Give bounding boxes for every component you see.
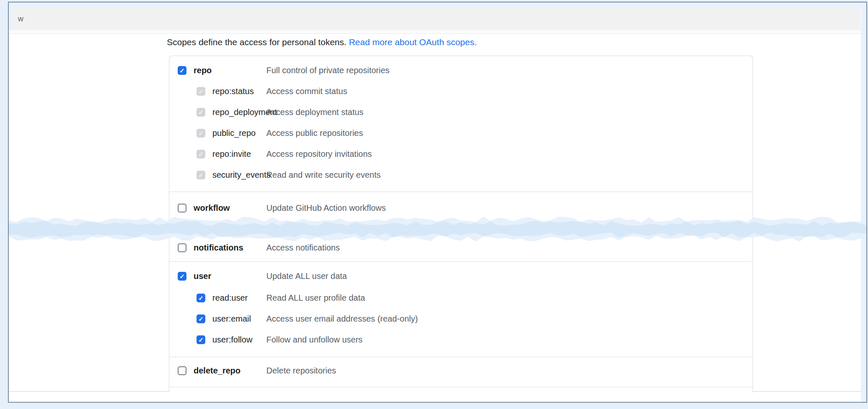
scope-label: public_repo bbox=[212, 128, 255, 138]
scope-description: Access notifications bbox=[266, 243, 340, 253]
scope-checkbox[interactable]: ✓ bbox=[197, 335, 205, 344]
browser-window: w Scopes define the access for personal … bbox=[8, 2, 867, 403]
scope-row: ✓ repo Full control of private repositor… bbox=[169, 60, 753, 81]
oauth-scopes-link[interactable]: Read more about OAuth scopes. bbox=[349, 37, 477, 47]
note-input[interactable]: w bbox=[13, 8, 860, 30]
scope-row: ✓ read:user Read ALL user profile data bbox=[169, 287, 753, 308]
scope-row: ✓ security_events Read and write securit… bbox=[169, 164, 753, 185]
scope-label: notifications bbox=[194, 243, 243, 253]
scope-label: repo:status bbox=[212, 87, 254, 96]
window-top-inset bbox=[9, 3, 866, 8]
window-left-inset bbox=[9, 8, 13, 31]
scope-description: Read and write security events bbox=[266, 170, 380, 180]
scope-checkbox[interactable] bbox=[178, 366, 186, 375]
scope-checkbox[interactable]: ✓ bbox=[197, 314, 205, 323]
scope-label: repo bbox=[194, 66, 212, 75]
scope-checkbox[interactable] bbox=[178, 243, 186, 252]
scope-row: ✓ user:follow Follow and unfollow users bbox=[169, 329, 753, 350]
scope-row: delete_repo Delete repositories bbox=[169, 360, 753, 381]
scope-description: Follow and unfollow users bbox=[266, 335, 363, 345]
scopes-intro-static: Scopes define the access for personal to… bbox=[167, 37, 349, 47]
scope-description: Access commit status bbox=[266, 87, 347, 96]
scope-description: Update GitHub Action workflows bbox=[266, 203, 386, 213]
scope-row: ✓ user:email Access user email addresses… bbox=[169, 308, 753, 329]
scope-checkbox[interactable]: ✓ bbox=[178, 66, 186, 75]
scope-description: Access public repositories bbox=[266, 128, 363, 138]
scope-label: workflow bbox=[194, 203, 230, 213]
scope-row: ✓ repo:invite Access repository invitati… bbox=[169, 143, 753, 164]
scope-group-divider bbox=[169, 192, 753, 192]
scope-group-divider bbox=[169, 261, 753, 262]
scope-checkbox[interactable]: ✓ bbox=[197, 294, 205, 302]
scope-description: Access user email addresses (read-only) bbox=[266, 314, 418, 324]
scope-row: ✓ public_repo Access public repositories bbox=[169, 123, 753, 143]
scope-checkbox: ✓ bbox=[197, 87, 205, 96]
scope-label: read:user bbox=[212, 293, 248, 303]
screenshot-tear-band bbox=[9, 216, 866, 242]
note-input-value: w bbox=[13, 15, 23, 23]
scope-group-divider bbox=[169, 357, 753, 357]
scope-label: user:email bbox=[212, 314, 251, 324]
scope-row: ✓ user Update ALL user data bbox=[169, 266, 753, 286]
scope-description: Update ALL user data bbox=[266, 271, 347, 281]
scope-label: repo:invite bbox=[212, 149, 251, 159]
toolbar-separator bbox=[9, 30, 861, 34]
scope-row: workflow Update GitHub Action workflows bbox=[169, 197, 753, 218]
scope-label: security_events bbox=[212, 170, 271, 180]
scope-checkbox: ✓ bbox=[197, 171, 205, 179]
scopes-intro-text: Scopes define the access for personal to… bbox=[167, 37, 477, 47]
scope-label: delete_repo bbox=[194, 366, 240, 376]
scope-description: Full control of private repositories bbox=[266, 66, 390, 75]
scope-label: user bbox=[194, 271, 211, 281]
scope-row: ✓ repo_deployment Access deployment stat… bbox=[169, 102, 753, 123]
window-right-inset bbox=[861, 3, 866, 402]
scope-group-divider bbox=[169, 387, 753, 387]
scope-checkbox[interactable]: ✓ bbox=[178, 272, 186, 281]
scope-row: ✓ repo:status Access commit status bbox=[169, 81, 753, 102]
scope-description: Access deployment status bbox=[266, 107, 363, 117]
scope-label: user:follow bbox=[212, 335, 253, 345]
scope-checkbox: ✓ bbox=[197, 129, 205, 138]
scope-description: Access repository invitations bbox=[266, 149, 372, 159]
scope-checkbox: ✓ bbox=[197, 108, 205, 117]
scope-description: Delete repositories bbox=[266, 366, 336, 376]
scope-checkbox: ✓ bbox=[197, 150, 205, 158]
scope-description: Read ALL user profile data bbox=[266, 293, 365, 303]
scope-checkbox[interactable] bbox=[178, 204, 186, 212]
